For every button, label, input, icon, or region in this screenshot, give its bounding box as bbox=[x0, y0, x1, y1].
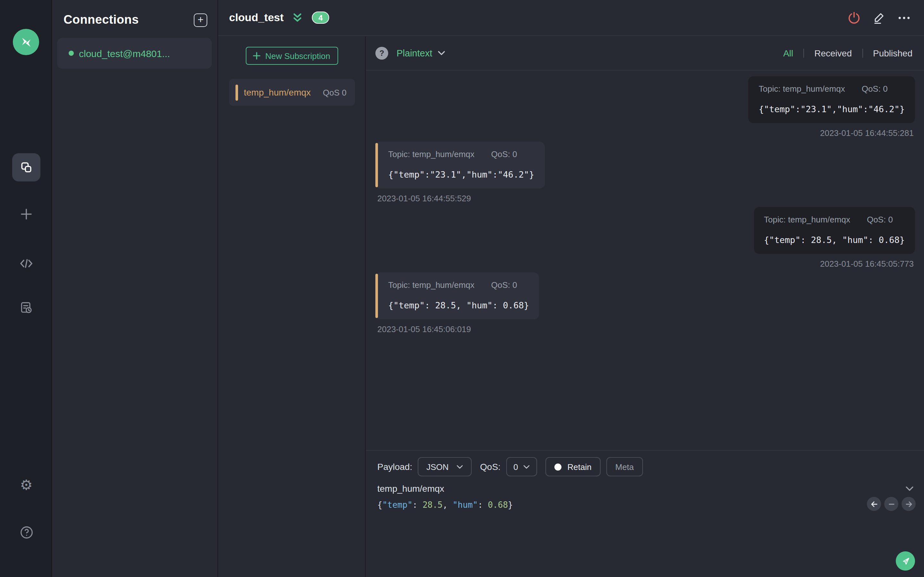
message: Topic: temp_hum/emqx QoS: 0 {"temp": 28.… bbox=[375, 207, 915, 269]
sidebar-item-help[interactable] bbox=[12, 518, 40, 546]
mqttx-app-window: ⚙ Connections + cloud_test@m4801... clou… bbox=[0, 0, 924, 577]
message-bubble[interactable]: Topic: temp_hum/emqx QoS: 0 {"temp": 28.… bbox=[375, 272, 540, 319]
more-options-button[interactable] bbox=[897, 11, 911, 25]
publish-toolbar: Payload: JSON QoS: 0 bbox=[366, 451, 924, 476]
send-message-button[interactable] bbox=[896, 551, 915, 571]
add-connection-button[interactable]: + bbox=[194, 13, 207, 27]
subscription-qos: QoS 0 bbox=[323, 87, 347, 97]
collapse-connection-details-button[interactable] bbox=[292, 13, 303, 23]
help-icon bbox=[19, 525, 34, 540]
send-plane-icon bbox=[900, 556, 911, 566]
payload-format-select[interactable]: Plaintext bbox=[397, 48, 445, 58]
connection-topbar: cloud_test 4 bbox=[218, 0, 924, 36]
message-meta: Topic: temp_hum/emqx QoS: 0 bbox=[764, 215, 905, 224]
message: Topic: temp_hum/emqx QoS: 0 {"temp":"23.… bbox=[375, 76, 915, 138]
sidebar-item-connections[interactable] bbox=[12, 153, 40, 181]
qos-select[interactable]: 0 bbox=[506, 457, 537, 476]
message-bubble[interactable]: Topic: temp_hum/emqx QoS: 0 {"temp":"23.… bbox=[375, 142, 544, 189]
collapse-publish-panel-button[interactable] bbox=[905, 486, 914, 492]
payload-type-label: Payload: bbox=[377, 462, 412, 472]
message-meta: Topic: temp_hum/emqx QoS: 0 bbox=[388, 280, 529, 290]
chevron-down-icon bbox=[905, 486, 914, 492]
message: Topic: temp_hum/emqx QoS: 0 {"temp":"23.… bbox=[375, 142, 915, 203]
connection-status-dot bbox=[69, 51, 74, 56]
editor-token-key: "temp" bbox=[383, 500, 413, 510]
messages-area: ? Plaintext AllReceivedPublished Topic: … bbox=[366, 37, 924, 577]
sidebar-item-log[interactable] bbox=[12, 293, 40, 322]
tab-separator bbox=[803, 49, 804, 58]
new-subscription-button[interactable]: New Subscription bbox=[246, 47, 338, 65]
message-meta: Topic: temp_hum/emqx QoS: 0 bbox=[388, 149, 534, 159]
edit-connection-button[interactable] bbox=[872, 11, 886, 25]
log-icon bbox=[19, 301, 33, 315]
payload-type-select[interactable]: JSON bbox=[418, 457, 472, 476]
payload-format-value: Plaintext bbox=[397, 48, 432, 58]
edit-pencil-icon bbox=[872, 11, 886, 25]
message-timestamp: 2023-01-05 16:45:06:019 bbox=[376, 324, 472, 334]
connections-panel: Connections + cloud_test@m4801... bbox=[52, 0, 218, 577]
message-qos: QoS: 0 bbox=[491, 149, 517, 159]
retain-label: Retain bbox=[567, 462, 591, 472]
message-count-badge: 4 bbox=[312, 11, 329, 24]
topbar-actions bbox=[847, 11, 911, 25]
settings-gear-icon: ⚙ bbox=[20, 478, 32, 492]
editor-token-num: 0.68 bbox=[488, 500, 508, 510]
payload-format-help-icon[interactable]: ? bbox=[375, 47, 388, 60]
retain-toggle[interactable]: Retain bbox=[546, 457, 601, 476]
editor-token-punct: : bbox=[478, 500, 488, 510]
tab-received[interactable]: Received bbox=[813, 48, 853, 58]
mqttx-logo bbox=[13, 29, 39, 55]
history-next-button[interactable] bbox=[901, 497, 916, 511]
minus-icon bbox=[887, 500, 895, 508]
tab-separator bbox=[862, 49, 863, 58]
message-list: Topic: temp_hum/emqx QoS: 0 {"temp":"23.… bbox=[366, 71, 924, 450]
retain-dot-icon bbox=[555, 463, 562, 470]
message-meta: Topic: temp_hum/emqx QoS: 0 bbox=[759, 84, 905, 93]
payload-history-nav bbox=[867, 497, 916, 511]
subscription-item[interactable]: temp_hum/emqx QoS 0 bbox=[229, 79, 355, 106]
sidebar-item-settings[interactable]: ⚙ bbox=[12, 471, 40, 500]
editor-token-punct: : bbox=[413, 500, 423, 510]
message-qos: QoS: 0 bbox=[491, 280, 517, 290]
qos-value: 0 bbox=[513, 462, 518, 472]
plus-icon bbox=[253, 52, 261, 60]
chevron-down-icon bbox=[456, 464, 463, 469]
chevron-down-icon bbox=[523, 464, 530, 469]
history-clear-button[interactable] bbox=[884, 497, 898, 511]
message: Topic: temp_hum/emqx QoS: 0 {"temp": 28.… bbox=[375, 272, 915, 334]
new-subscription-label: New Subscription bbox=[265, 51, 330, 61]
message-payload: {"temp":"23.1","hum":"46.2"} bbox=[759, 104, 905, 114]
message-bubble[interactable]: Topic: temp_hum/emqx QoS: 0 {"temp":"23.… bbox=[748, 76, 915, 123]
message-payload: {"temp": 28.5, "hum": 0.68} bbox=[764, 235, 905, 245]
message-bubble[interactable]: Topic: temp_hum/emqx QoS: 0 {"temp": 28.… bbox=[754, 207, 915, 254]
message-timestamp: 2023-01-05 16:44:55:529 bbox=[376, 193, 472, 203]
history-prev-button[interactable] bbox=[867, 497, 881, 511]
payload-type-value: JSON bbox=[426, 462, 449, 472]
sidebar-item-script[interactable] bbox=[12, 250, 40, 277]
page-title: cloud_test bbox=[229, 11, 284, 24]
message-topic: Topic: temp_hum/emqx bbox=[388, 149, 475, 159]
subscription-color-bar bbox=[236, 84, 238, 100]
connections-icon bbox=[19, 160, 33, 174]
payload-editor[interactable]: {"temp": 28.5, "hum": 0.68} bbox=[366, 494, 924, 510]
connections-title: Connections bbox=[63, 13, 139, 27]
mqttx-logo-icon bbox=[18, 34, 34, 50]
message-filter-tabs: AllReceivedPublished bbox=[782, 48, 914, 58]
chevron-down-icon bbox=[437, 51, 445, 56]
meta-button[interactable]: Meta bbox=[606, 457, 643, 476]
connection-list-item[interactable]: cloud_test@m4801... bbox=[57, 38, 212, 69]
tab-all[interactable]: All bbox=[782, 48, 795, 58]
publish-topic-input[interactable]: temp_hum/emqx bbox=[377, 484, 444, 494]
tab-published[interactable]: Published bbox=[872, 48, 914, 58]
message-topic: Topic: temp_hum/emqx bbox=[388, 280, 475, 290]
subscription-topic: temp_hum/emqx bbox=[244, 87, 318, 97]
editor-token-key: "hum" bbox=[453, 500, 478, 510]
meta-label: Meta bbox=[615, 462, 634, 472]
editor-token-punct: , bbox=[443, 500, 453, 510]
disconnect-button[interactable] bbox=[847, 11, 861, 25]
message-topic: Topic: temp_hum/emqx bbox=[759, 84, 845, 93]
editor-token-num: 28.5 bbox=[423, 500, 443, 510]
icon-rail: ⚙ bbox=[0, 0, 52, 577]
sidebar-item-new-connection[interactable] bbox=[12, 200, 40, 228]
message-timestamp: 2023-01-05 16:44:55:281 bbox=[819, 128, 915, 138]
